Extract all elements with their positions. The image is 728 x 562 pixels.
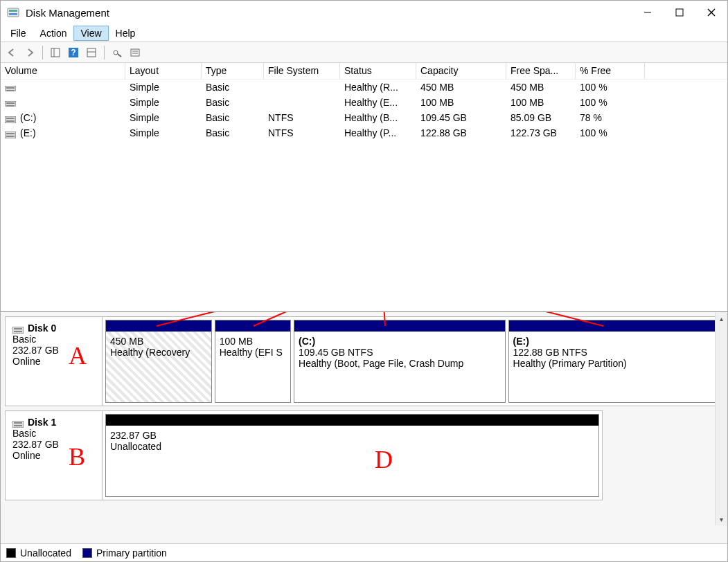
volume-pct-free: 100 %: [576, 81, 645, 93]
volume-row[interactable]: (C:)SimpleBasicNTFSHealthy (B...109.45 G…: [1, 110, 727, 125]
volume-layout: Simple: [125, 127, 202, 139]
volume-status: Healthy (E...: [340, 96, 416, 109]
menu-help[interactable]: Help: [109, 26, 143, 41]
volume-type: Basic: [202, 81, 264, 93]
column-header[interactable]: Layout: [125, 63, 202, 79]
scroll-up-icon[interactable]: ▴: [716, 312, 727, 325]
volume-pct-free: 78 %: [576, 111, 645, 124]
partition[interactable]: (E:)122.88 GB NTFSHealthy (Primary Parti…: [508, 320, 720, 403]
disk-type: Basic: [12, 334, 95, 345]
column-header[interactable]: Free Spa...: [506, 63, 576, 79]
column-header[interactable]: % Free: [576, 63, 645, 79]
partition-header-bar: [106, 320, 211, 332]
partition-status: Healthy (Boot, Page File, Crash Dump: [299, 358, 500, 369]
volume-free: 450 MB: [506, 81, 576, 93]
refresh-button[interactable]: [83, 44, 100, 61]
maximize-button[interactable]: [664, 1, 695, 24]
volume-type: Basic: [202, 96, 264, 109]
svg-rect-28: [6, 133, 15, 134]
volume-row[interactable]: SimpleBasicHealthy (R...450 MB450 MB100 …: [1, 80, 727, 95]
menubar: FileActionViewHelp: [1, 24, 727, 42]
show-hide-console-button[interactable]: [47, 44, 64, 61]
partition-status: Healthy (Primary Partition): [513, 358, 715, 369]
partition-letter: (E:): [513, 336, 715, 347]
volume-icon: [5, 84, 16, 91]
disk-management-window: Disk Management FileActionViewHelp ? Vol…: [0, 0, 728, 562]
menu-view[interactable]: View: [73, 26, 108, 41]
help-button[interactable]: ?: [65, 44, 82, 61]
partition-body: 232.87 GBUnallocated: [106, 426, 598, 496]
menu-action[interactable]: Action: [33, 26, 74, 41]
legend-label: Unallocated: [20, 547, 71, 559]
volume-filesystem: [264, 87, 340, 88]
svg-rect-20: [6, 90, 15, 91]
disk-icon: [12, 325, 25, 333]
properties-button[interactable]: [127, 44, 143, 61]
partition-letter: (C:): [299, 336, 500, 347]
volume-capacity: 109.45 GB: [416, 111, 506, 124]
column-header[interactable]: Type: [202, 63, 264, 79]
volume-status: Healthy (B...: [340, 111, 416, 124]
svg-rect-34: [12, 327, 24, 334]
disk-row: Disk 0Basic232.87 GBOnline450 MBHealthy …: [5, 316, 723, 406]
svg-rect-35: [14, 328, 22, 329]
partition[interactable]: 450 MBHealthy (Recovery: [105, 320, 212, 403]
volume-icon: [5, 114, 16, 121]
svg-rect-15: [131, 49, 139, 56]
partition-status: Unallocated: [110, 441, 594, 452]
partition-status: Healthy (EFI S: [220, 347, 286, 358]
partition-size: 122.88 GB NTFS: [513, 347, 715, 358]
back-button[interactable]: [3, 44, 20, 61]
partition-header-bar: [509, 320, 719, 332]
svg-rect-39: [14, 425, 22, 426]
volume-pct-free: 100 %: [576, 96, 645, 109]
volume-icon: [5, 129, 16, 136]
volume-layout: Simple: [125, 81, 202, 93]
minimize-button[interactable]: [632, 1, 664, 24]
disk-name: Disk 0: [28, 323, 56, 334]
titlebar: Disk Management: [1, 1, 727, 24]
svg-rect-38: [14, 422, 22, 424]
volume-capacity: 122.88 GB: [416, 127, 506, 139]
svg-rect-25: [6, 118, 15, 119]
column-header[interactable]: File System: [264, 63, 340, 79]
partition[interactable]: 100 MBHealthy (EFI S: [215, 320, 291, 403]
disk-info[interactable]: Disk 0Basic232.87 GBOnline: [6, 317, 103, 406]
volume-list-pane: VolumeLayoutTypeFile SystemStatusCapacit…: [1, 63, 727, 312]
partition-body: (E:)122.88 GB NTFSHealthy (Primary Parti…: [509, 332, 719, 402]
svg-rect-24: [5, 116, 16, 123]
svg-text:?: ?: [71, 48, 76, 57]
partition-header-bar: [215, 320, 290, 332]
close-button[interactable]: [695, 1, 727, 24]
partition-container: 232.87 GBUnallocated: [103, 411, 602, 500]
column-header[interactable]: Capacity: [416, 63, 506, 79]
column-header[interactable]: Volume: [1, 63, 125, 79]
volume-layout: Simple: [125, 111, 202, 124]
scroll-down-icon[interactable]: ▾: [716, 513, 727, 525]
partition[interactable]: 232.87 GBUnallocated: [105, 414, 599, 497]
volume-name: (E:): [20, 127, 36, 138]
volume-filesystem: [264, 102, 340, 103]
disk-info[interactable]: Disk 1Basic232.87 GBOnline: [6, 411, 103, 500]
volume-row[interactable]: SimpleBasicHealthy (E...100 MB100 MB100 …: [1, 95, 727, 110]
vertical-scrollbar[interactable]: ▴ ▾: [715, 312, 727, 525]
svg-point-13: [114, 51, 118, 55]
column-header[interactable]: Status: [340, 63, 416, 79]
forward-button[interactable]: [21, 44, 38, 61]
volume-row[interactable]: (E:)SimpleBasicNTFSHealthy (P...122.88 G…: [1, 125, 727, 140]
partition-header-bar: [106, 415, 598, 426]
menu-file[interactable]: File: [3, 26, 33, 41]
partition-size: 100 MB: [220, 336, 286, 347]
volume-free: 85.09 GB: [506, 111, 576, 124]
volume-filesystem: NTFS: [264, 111, 340, 124]
graphical-view-pane: C Disk 0Basic232.87 GBOnline450 MBHealth…: [1, 312, 727, 543]
svg-rect-29: [6, 136, 15, 137]
partition-container: 450 MBHealthy (Recovery100 MBHealthy (EF…: [103, 317, 722, 406]
disk-state: Online: [12, 356, 95, 367]
volume-list-body[interactable]: SimpleBasicHealthy (R...450 MB450 MB100 …: [1, 80, 727, 311]
window-title: Disk Management: [26, 7, 632, 19]
settings-button[interactable]: [109, 44, 125, 61]
partition-body: (C:)109.45 GB NTFSHealthy (Boot, Page Fi…: [294, 332, 504, 402]
partition[interactable]: (C:)109.45 GB NTFSHealthy (Boot, Page Fi…: [294, 320, 505, 403]
svg-rect-0: [8, 8, 19, 17]
